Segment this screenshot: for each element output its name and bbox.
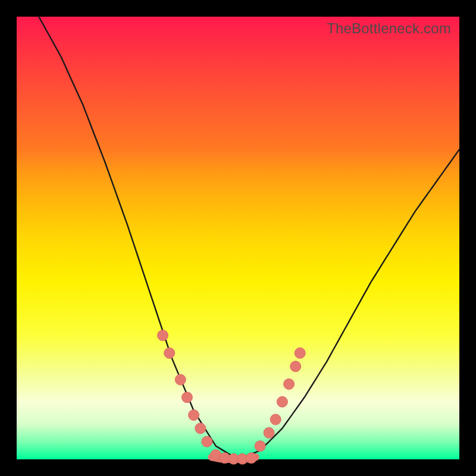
data-marker [277,396,287,407]
data-marker [181,392,192,403]
data-marker [295,347,305,358]
data-marker [158,330,168,341]
data-marker [175,374,186,385]
data-marker [270,414,281,425]
series-right-curve [238,149,459,459]
data-marker [284,379,295,390]
data-marker [164,347,175,358]
data-marker [189,410,199,421]
curve-layer [17,17,459,459]
data-marker [246,453,256,464]
series-left-curve [39,17,238,459]
data-marker [202,436,212,447]
data-marker [290,361,301,372]
data-marker [264,427,274,438]
data-marker [255,441,265,452]
data-marker [195,423,206,434]
plot-area: TheBottleneck.com [17,17,459,459]
chart-frame: TheBottleneck.com [0,0,476,476]
